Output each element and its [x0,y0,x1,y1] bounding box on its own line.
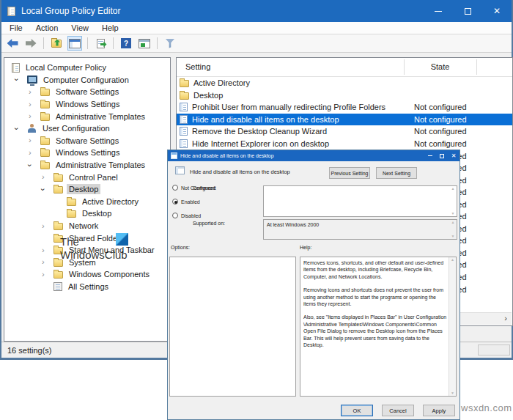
chevron-right-icon: › [42,270,45,279]
comment-textarea[interactable]: ▲▼ [263,185,457,217]
tree-item-software-settings[interactable]: ›Software Settings [4,135,170,147]
help-scrollbar[interactable]: ▲ ▼ [449,257,456,396]
list-row-remove-the-desktop-cleanup-wizard[interactable]: Remove the Desktop Cleanup WizardNot con… [177,125,512,138]
radio-disabled-circle[interactable] [172,213,178,218]
tree-item-all-settings[interactable]: All Settings [4,281,170,293]
tree-expander[interactable]: › [13,125,27,133]
tree-item-software-settings[interactable]: ›Software Settings [4,86,170,98]
row-icon-wrap [180,115,188,124]
tree-expander[interactable]: › [26,100,40,108]
tree-expander[interactable]: › [40,185,53,194]
tree-item-windows-components[interactable]: ›Windows Components [4,268,170,281]
tree-expander[interactable]: › [40,258,53,266]
tree-item-administrative-templates[interactable]: ›Administrative Templates [4,159,170,172]
tree-expander[interactable]: › [40,222,53,230]
radio-disabled-label: Disabled [181,213,201,218]
column-header-state[interactable]: State [404,62,476,71]
extended-view-button[interactable] [137,36,152,51]
tree-item-system[interactable]: ›System [4,257,170,269]
menu-view[interactable]: View [64,22,95,34]
menu-help[interactable]: Help [95,22,125,34]
up-one-level-button[interactable] [49,36,64,51]
export-list-button[interactable] [93,36,108,51]
policy-setting-icon [180,127,188,136]
dialog-minimize-button[interactable] [424,150,436,161]
list-row-hide-internet-explorer-icon-on-desktop[interactable]: Hide Internet Explorer icon on desktopNo… [177,138,512,150]
dialog-titlebar: Hide and disable all items on the deskto… [168,150,460,161]
previous-setting-button[interactable]: Previous Setting [329,167,370,179]
tree-item-active-directory[interactable]: Active Directory [4,196,170,208]
dialog-body: Hide and disable all items on the deskto… [168,161,460,420]
tree-item-windows-settings[interactable]: ›Windows Settings [4,98,170,111]
supported-scrollbar[interactable]: ▲▼ [450,221,456,238]
chevron-right-icon: › [29,88,32,96]
dialog-close-button[interactable]: ✕ [448,150,460,161]
tree-item-shared-folders[interactable]: Shared Folders [4,232,170,244]
folder-icon [67,210,76,218]
radio-enabled-circle[interactable] [172,199,178,205]
menu-file[interactable]: File [3,22,29,34]
tree-item-desktop[interactable]: Desktop [4,207,170,220]
tree-item-label: Windows Components [67,269,152,279]
supported-on-label: Supported on: [193,221,225,226]
folder-icon [53,186,63,194]
menu-bar: FileActionViewHelp [1,22,512,34]
list-row-hide-and-disable-all-items-on-the-deskto[interactable]: Hide and disable all items on the deskto… [177,114,512,126]
tree-expander[interactable]: › [40,173,53,181]
cancel-button[interactable]: Cancel [382,405,414,416]
tree-expander[interactable]: › [26,88,40,96]
tree-expander[interactable]: › [26,136,40,144]
tree-item-administrative-templates[interactable]: ›Administrative Templates [4,110,170,122]
status-panel [478,345,510,355]
tree-item-control-panel[interactable]: ›Control Panel [4,171,170,183]
dialog-maximize-button[interactable] [436,150,448,161]
tree-expander[interactable]: › [26,161,40,169]
list-row-desktop[interactable]: Desktop [177,89,512,102]
tree-item-network[interactable]: ›Network [4,220,170,232]
minimize-button[interactable] [424,0,453,22]
menu-action[interactable]: Action [29,22,65,34]
setting-name: Remove the Desktop Cleanup Wizard [192,127,327,136]
tree-expander[interactable]: › [40,246,53,254]
comment-label: Comment: [193,185,216,191]
radio-enabled-label: Enabled [181,199,200,205]
comment-scrollbar[interactable]: ▲▼ [450,187,456,215]
radio-not-configured-circle[interactable] [172,185,178,191]
tree-expander[interactable]: › [26,112,40,120]
folder-icon [53,259,63,267]
help-button[interactable]: ? [119,36,133,51]
filter-button[interactable] [163,36,177,51]
folder-icon [67,199,76,206]
ok-button[interactable]: OK [341,405,373,416]
tree-item-local-computer-policy[interactable]: Local Computer Policy [4,62,170,74]
help-paragraph: Removes icons, shortcuts, and other defa… [303,259,447,280]
maximize-button[interactable] [453,0,482,22]
folder-icon [40,89,50,96]
tree-expander[interactable]: › [13,75,27,84]
apply-button[interactable]: Apply [423,405,455,416]
column-header-setting[interactable]: Setting [185,62,210,71]
back-button[interactable] [5,36,20,51]
forward-button[interactable] [23,36,38,51]
tree-expander[interactable]: › [26,149,40,157]
tree-item-computer-configuration[interactable]: ›Computer Configuration [4,74,170,86]
list-row-prohibit-user-from-manually-redirecting-[interactable]: Prohibit User from manually redirecting … [177,101,512,114]
radio-enabled[interactable]: Enabled [172,199,200,205]
tree-item-desktop[interactable]: ›Desktop [4,183,170,196]
tree-expander[interactable]: › [40,270,53,279]
next-setting-button[interactable]: Next Setting [376,167,417,179]
help-panel: Removes icons, shortcuts, and other defa… [300,257,457,397]
close-button[interactable]: ✕ [482,0,512,22]
tree-item-windows-settings[interactable]: ›Windows Settings [4,147,170,159]
tree-item-label: All Settings [66,281,111,292]
show-console-tree-button[interactable] [67,36,82,51]
tree-item-label: User Configuration [40,123,112,133]
tree-item-start-menu-and-taskbar[interactable]: ›Start Menu and Taskbar [4,244,170,257]
setting-name: Active Directory [193,78,250,87]
scroll-right-icon[interactable]: › [504,314,507,323]
list-row-active-directory[interactable]: Active Directory [177,77,512,89]
column-separator[interactable] [476,59,477,75]
tree-item-user-configuration[interactable]: ›User Configuration [4,122,170,135]
setting-state: Not configured [414,127,467,136]
radio-disabled[interactable]: Disabled [172,213,201,218]
